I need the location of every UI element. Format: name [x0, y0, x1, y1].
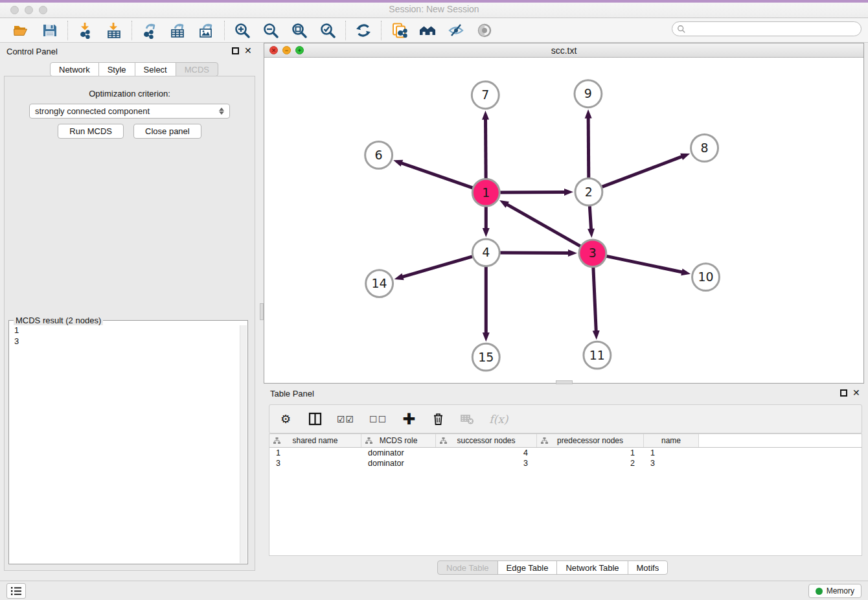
table-cell[interactable]: 1: [269, 448, 361, 458]
graph-node-label: 15: [478, 350, 494, 364]
mcds-result-item[interactable]: 1: [14, 325, 239, 336]
result-scrollbar[interactable]: [240, 325, 247, 563]
optimization-criterion-label: Optimization criterion:: [5, 89, 255, 98]
network-canvas[interactable]: 7968124314101511: [264, 58, 863, 383]
save-session-icon[interactable]: [41, 21, 59, 40]
tab-node-table[interactable]: Node Table: [437, 560, 498, 575]
mcds-result-list[interactable]: 13: [9, 325, 239, 564]
toggle-columns-icon[interactable]: [308, 411, 322, 427]
deselect-all-icon[interactable]: ☐☐: [369, 411, 387, 427]
graph-edge-3-11[interactable]: [593, 268, 596, 332]
tab-network-table[interactable]: Network Table: [556, 560, 628, 575]
table-cell[interactable]: 3: [436, 458, 537, 468]
graph-edge-4-3[interactable]: [500, 253, 569, 253]
table-panel-close-icon[interactable]: ✕: [852, 389, 860, 397]
memory-label: Memory: [827, 586, 854, 595]
tab-edge-table[interactable]: Edge Table: [497, 560, 558, 575]
tab-network[interactable]: Network: [50, 62, 99, 76]
column-header-successor-nodes[interactable]: successor nodes: [436, 434, 537, 447]
mcds-result-item[interactable]: 3: [14, 336, 239, 347]
table-cell[interactable]: 4: [436, 448, 537, 458]
column-header-predecessor-nodes[interactable]: predecessor nodes: [537, 434, 644, 447]
task-history-button[interactable]: [6, 583, 26, 599]
export-network-icon[interactable]: [141, 21, 159, 40]
table-row[interactable]: 3dominator323: [269, 458, 862, 468]
control-panel-float-icon[interactable]: [232, 47, 239, 54]
graph-node-label: 6: [375, 148, 383, 162]
apply-layout-icon[interactable]: [354, 21, 372, 40]
copy-network-icon[interactable]: [390, 21, 408, 40]
function-builder-icon: f(x): [489, 411, 508, 427]
graph-edge-1-7[interactable]: [486, 119, 486, 179]
table-cell[interactable]: 3: [269, 458, 361, 468]
tab-select[interactable]: Select: [135, 62, 176, 76]
sort-column-icon[interactable]: [440, 437, 447, 444]
graph-node-label: 10: [698, 270, 713, 284]
tab-motifs[interactable]: Motifs: [628, 560, 668, 575]
network-window-titlebar[interactable]: ✕ − + scc.txt: [264, 43, 863, 58]
table-cell[interactable]: 1: [644, 448, 699, 458]
run-mcds-button[interactable]: Run MCDS: [58, 124, 124, 139]
add-row-icon[interactable]: ✚: [402, 411, 416, 427]
graph-edge-2-9[interactable]: [588, 117, 589, 178]
column-header-shared-name[interactable]: shared name: [269, 434, 361, 447]
open-session-icon[interactable]: [12, 21, 30, 40]
hide-style-icon[interactable]: [447, 21, 465, 40]
table-cell[interactable]: dominator: [361, 458, 436, 468]
column-header-MCDS-role[interactable]: MCDS role: [361, 434, 436, 447]
table-cell[interactable]: 3: [644, 458, 699, 468]
memory-button[interactable]: Memory: [808, 584, 862, 598]
export-table-icon[interactable]: [169, 21, 187, 40]
network-graph[interactable]: 7968124314101511: [264, 58, 863, 383]
optimization-criterion-select[interactable]: strongly connected component: [29, 104, 230, 119]
graph-edge-4-14[interactable]: [402, 257, 472, 277]
zoom-fit-icon[interactable]: [290, 21, 308, 40]
sort-column-icon[interactable]: [273, 437, 280, 444]
table-row[interactable]: 1dominator411: [269, 448, 862, 458]
select-all-icon[interactable]: ☑☑: [337, 411, 354, 427]
sort-column-icon[interactable]: [365, 437, 372, 444]
search-input[interactable]: [686, 22, 861, 36]
graph-node-label: 2: [585, 185, 593, 199]
graph-node-label: 3: [589, 246, 597, 260]
titlebar-accent: [0, 0, 868, 3]
graph-edge-1-2[interactable]: [500, 192, 565, 192]
graph-node-label: 4: [482, 245, 490, 259]
graph-edge-arrowhead: [585, 110, 592, 119]
table-cell[interactable]: dominator: [361, 448, 436, 458]
table-cell[interactable]: 1: [537, 448, 644, 458]
sort-column-icon[interactable]: [541, 437, 548, 444]
app-titlebar: Session: New Session: [0, 0, 868, 18]
graph-edge-3-1[interactable]: [506, 204, 580, 246]
graph-node-label: 1: [482, 185, 490, 200]
graph-edge-2-8[interactable]: [602, 156, 683, 187]
settings-gear-icon[interactable]: ⚙: [279, 411, 293, 427]
search-box[interactable]: [672, 21, 862, 36]
mcds-result-title: MCDS result (2 nodes): [14, 316, 103, 325]
tab-mcds[interactable]: MCDS: [176, 62, 218, 76]
delete-table-icon: [460, 411, 474, 427]
graph-edge-arrowhead: [483, 228, 490, 237]
zoom-in-icon[interactable]: [233, 21, 251, 40]
column-header-name[interactable]: name: [644, 434, 699, 447]
vertical-splitter-handle[interactable]: [260, 303, 264, 320]
table-panel-title: Table Panel: [270, 389, 314, 398]
eye-icon[interactable]: [475, 21, 494, 40]
import-network-icon[interactable]: [76, 21, 95, 40]
zoom-selected-icon[interactable]: [319, 21, 337, 40]
delete-row-icon[interactable]: [431, 411, 445, 427]
table-cell[interactable]: 2: [537, 458, 644, 468]
import-table-icon[interactable]: [105, 21, 123, 40]
table-panel-float-icon[interactable]: [840, 389, 847, 397]
zoom-out-icon[interactable]: [262, 21, 280, 40]
graph-edge-2-3[interactable]: [589, 206, 591, 230]
control-panel-close-icon[interactable]: ✕: [244, 47, 252, 54]
home-icon[interactable]: [418, 21, 437, 40]
export-image-icon[interactable]: [198, 21, 216, 40]
horizontal-splitter-handle[interactable]: [556, 380, 573, 384]
graph-node-label: 8: [700, 141, 708, 155]
tab-style[interactable]: Style: [98, 62, 135, 76]
graph-edge-1-6[interactable]: [401, 163, 473, 188]
graph-edge-3-10[interactable]: [606, 256, 683, 272]
close-panel-button[interactable]: Close panel: [133, 124, 201, 139]
